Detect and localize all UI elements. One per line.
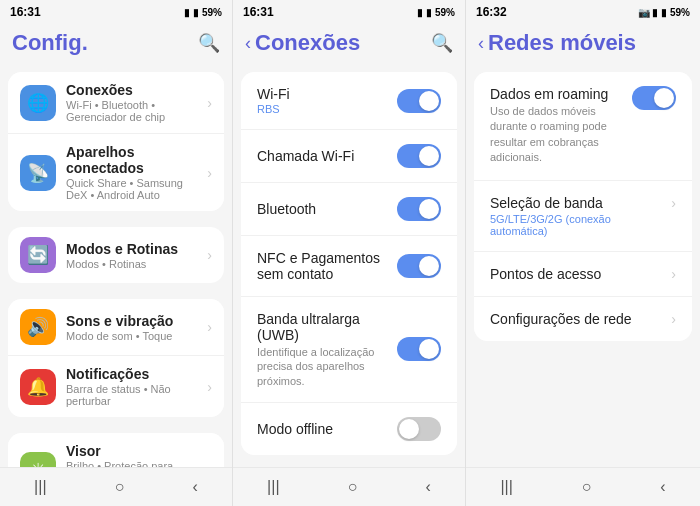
devices-icon: 📡 — [20, 155, 56, 191]
status-icons-middle: ▮ ▮ 59% — [417, 7, 455, 18]
connections-icon: 🌐 — [20, 85, 56, 121]
bluetooth-toggle[interactable] — [397, 197, 441, 221]
search-icon-middle[interactable]: 🔍 — [431, 32, 453, 54]
uwb-item[interactable]: Banda ultralarga (UWB) Identifique a loc… — [241, 297, 457, 403]
chevron-icon: › — [207, 247, 212, 263]
chevron-icon: › — [207, 165, 212, 181]
nav-back-left[interactable]: ‹ — [181, 474, 210, 500]
wifi-toggle[interactable] — [397, 89, 441, 113]
wifi-title: Wi-Fi — [257, 86, 397, 102]
group-sound: 🔊 Sons e vibração Modo de som • Toque › … — [8, 299, 224, 417]
sound-subtitle: Modo de som • Toque — [66, 330, 207, 342]
roaming-title: Dados em roaming — [490, 86, 624, 102]
network-settings-title: Configurações de rede — [490, 311, 671, 327]
status-icons-left: ▮ ▮ 59% — [184, 7, 222, 18]
settings-item-modes[interactable]: 🔄 Modos e Rotinas Modos • Rotinas › — [8, 227, 224, 283]
group-redes: Dados em roaming Uso de dados móveis dur… — [474, 72, 692, 341]
nav-menu-middle[interactable]: ||| — [255, 474, 291, 500]
access-points-item[interactable]: Pontos de acesso › — [474, 252, 692, 297]
settings-title: Config. — [12, 30, 88, 56]
roaming-desc: Uso de dados móveis durante o roaming po… — [490, 104, 624, 166]
nfc-toggle[interactable] — [397, 254, 441, 278]
bottom-nav-left: ||| ○ ‹ — [0, 467, 232, 506]
group-connections: 🌐 Conexões Wi-Fi • Bluetooth • Gerenciad… — [8, 72, 224, 211]
chevron-icon: › — [207, 95, 212, 111]
connections-list: Wi-Fi RBS Chamada Wi-Fi Bluetooth NFC — [233, 64, 465, 467]
mobile-networks-panel: 16:32 📷 ▮ ▮ 59% ‹ Redes móveis Dados em … — [466, 0, 700, 506]
status-bar-right: 16:32 📷 ▮ ▮ 59% — [466, 0, 700, 22]
chevron-icon: › — [207, 379, 212, 395]
settings-item-devices[interactable]: 📡 Aparelhos conectados Quick Share • Sam… — [8, 134, 224, 211]
wifi-calling-item[interactable]: Chamada Wi-Fi — [241, 130, 457, 183]
group-modes: 🔄 Modos e Rotinas Modos • Rotinas › — [8, 227, 224, 283]
uwb-title: Banda ultralarga (UWB) — [257, 311, 397, 343]
chevron-icon: › — [671, 195, 676, 211]
offline-title: Modo offline — [257, 421, 397, 437]
nfc-item[interactable]: NFC e Pagamentos sem contato — [241, 236, 457, 297]
time-middle: 16:31 — [243, 5, 274, 19]
settings-header: Config. 🔍 — [0, 22, 232, 64]
back-arrow-icon-right: ‹ — [478, 33, 484, 54]
connections-subtitle: Wi-Fi • Bluetooth • Gerenciador de chip — [66, 99, 207, 123]
display-subtitle: Brilho • Proteção para conforto ocular •… — [66, 460, 207, 467]
roaming-item[interactable]: Dados em roaming Uso de dados móveis dur… — [474, 72, 692, 181]
nav-home-middle[interactable]: ○ — [336, 474, 370, 500]
redes-title: Redes móveis — [488, 30, 636, 56]
band-selection-item[interactable]: Seleção de banda 5G/LTE/3G/2G (conexão a… — [474, 181, 692, 252]
modes-icon: 🔄 — [20, 237, 56, 273]
notifications-subtitle: Barra de status • Não perturbar — [66, 383, 207, 407]
settings-item-connections[interactable]: 🌐 Conexões Wi-Fi • Bluetooth • Gerenciad… — [8, 72, 224, 134]
search-icon[interactable]: 🔍 — [198, 32, 220, 54]
status-bar-middle: 16:31 ▮ ▮ 59% — [233, 0, 465, 22]
nav-menu-right[interactable]: ||| — [488, 474, 524, 500]
settings-item-display[interactable]: ☀ Visor Brilho • Proteção para conforto … — [8, 433, 224, 467]
redes-header: ‹ Redes móveis — [466, 22, 700, 64]
offline-toggle[interactable] — [397, 417, 441, 441]
bluetooth-item[interactable]: Bluetooth — [241, 183, 457, 236]
display-title: Visor — [66, 443, 207, 459]
wifi-calling-title: Chamada Wi-Fi — [257, 148, 397, 164]
sound-icon: 🔊 — [20, 309, 56, 345]
chevron-icon: › — [671, 311, 676, 327]
network-settings-item[interactable]: Configurações de rede › — [474, 297, 692, 341]
nav-back-middle[interactable]: ‹ — [414, 474, 443, 500]
devices-title: Aparelhos conectados — [66, 144, 207, 176]
time-left: 16:31 — [10, 5, 41, 19]
roaming-toggle[interactable] — [632, 86, 676, 110]
modes-title: Modos e Rotinas — [66, 241, 207, 257]
notifications-title: Notificações — [66, 366, 207, 382]
modes-subtitle: Modos • Rotinas — [66, 258, 207, 270]
connections-header: ‹ Conexões 🔍 — [233, 22, 465, 64]
uwb-toggle[interactable] — [397, 337, 441, 361]
nav-back-right[interactable]: ‹ — [648, 474, 677, 500]
offline-item[interactable]: Modo offline — [241, 403, 457, 455]
wifi-subtitle: RBS — [257, 103, 397, 115]
redes-back-button[interactable]: ‹ Redes móveis — [478, 30, 636, 56]
group-toggles: Wi-Fi RBS Chamada Wi-Fi Bluetooth NFC — [241, 72, 457, 455]
wifi-item[interactable]: Wi-Fi RBS — [241, 72, 457, 130]
nav-home-right[interactable]: ○ — [570, 474, 604, 500]
bottom-nav-right: ||| ○ ‹ — [466, 467, 700, 506]
settings-panel: 16:31 ▮ ▮ 59% Config. 🔍 🌐 Conexões Wi-Fi… — [0, 0, 233, 506]
nav-menu-left[interactable]: ||| — [22, 474, 58, 500]
band-selection-value: 5G/LTE/3G/2G (conexão automática) — [490, 213, 671, 237]
group-display: ☀ Visor Brilho • Proteção para conforto … — [8, 433, 224, 467]
nfc-title: NFC e Pagamentos sem contato — [257, 250, 397, 282]
settings-item-notifications[interactable]: 🔔 Notificações Barra de status • Não per… — [8, 356, 224, 417]
settings-item-sound[interactable]: 🔊 Sons e vibração Modo de som • Toque › — [8, 299, 224, 356]
settings-list: 🌐 Conexões Wi-Fi • Bluetooth • Gerenciad… — [0, 64, 232, 467]
back-arrow-icon: ‹ — [245, 33, 251, 54]
bluetooth-title: Bluetooth — [257, 201, 397, 217]
uwb-desc: Identifique a localização precisa dos ap… — [257, 345, 397, 388]
wifi-calling-toggle[interactable] — [397, 144, 441, 168]
back-button[interactable]: ‹ Conexões — [245, 30, 360, 56]
time-right: 16:32 — [476, 5, 507, 19]
connections-title: Conexões — [255, 30, 360, 56]
sound-title: Sons e vibração — [66, 313, 207, 329]
chevron-icon: › — [671, 266, 676, 282]
access-points-title: Pontos de acesso — [490, 266, 671, 282]
nav-home-left[interactable]: ○ — [103, 474, 137, 500]
redes-list: Dados em roaming Uso de dados móveis dur… — [466, 64, 700, 467]
band-selection-title: Seleção de banda — [490, 195, 671, 211]
bottom-nav-middle: ||| ○ ‹ — [233, 467, 465, 506]
